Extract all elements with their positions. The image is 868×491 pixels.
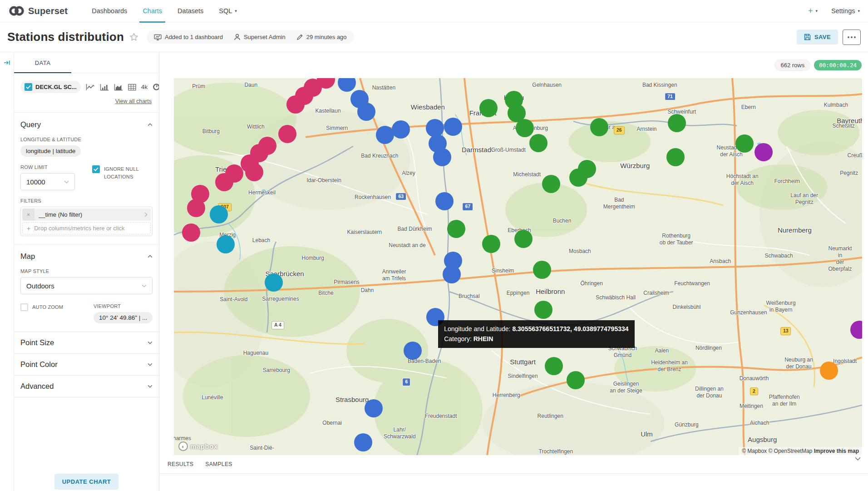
viz-type-selected[interactable]: DECK.GL SC...: [20, 81, 81, 93]
scatter-point-pink[interactable]: [215, 173, 233, 191]
mapbox-logo[interactable]: ◐ mapbox: [178, 441, 218, 451]
scatter-point-blue[interactable]: [392, 120, 410, 139]
expand-panel-icon[interactable]: [4, 60, 10, 67]
section-point-size[interactable]: Point Size: [14, 332, 159, 353]
auto-zoom-checkbox[interactable]: [20, 303, 28, 311]
more-options-button[interactable]: [843, 30, 861, 45]
filter-item[interactable]: × __time (No filter): [22, 208, 151, 221]
scatter-point-pink[interactable]: [278, 125, 296, 143]
update-chart-button[interactable]: UPDATE CHART: [54, 474, 119, 490]
bar-chart-icon[interactable]: [100, 84, 109, 91]
scatter-point-orange[interactable]: [820, 362, 838, 380]
scatter-point-cyan[interactable]: [217, 235, 235, 253]
collapse-results-icon[interactable]: [855, 457, 861, 461]
map-place-label: Pfaffenhofen an der Ilm: [769, 394, 800, 407]
road-shield: 26: [614, 127, 625, 135]
scatter-point-green[interactable]: [479, 99, 498, 117]
map-place-label: Buchen: [553, 217, 572, 224]
scatter-point-green[interactable]: [668, 114, 686, 132]
scatter-point-green[interactable]: [545, 357, 563, 375]
save-button[interactable]: SAVE: [797, 30, 838, 45]
scatter-point-pink[interactable]: [245, 163, 263, 181]
superset-logo[interactable]: Superset: [8, 5, 68, 17]
section-advanced[interactable]: Advanced: [14, 376, 159, 397]
scatter-point-blue[interactable]: [365, 399, 383, 417]
line-chart-icon[interactable]: [86, 84, 95, 91]
scatter-point-pink[interactable]: [286, 95, 305, 114]
settings-menu[interactable]: Settings ▾: [831, 7, 860, 15]
lonlat-value-pill[interactable]: longitude | latitude: [20, 145, 81, 157]
scatter-point-blue[interactable]: [433, 148, 451, 166]
ignore-null-checkbox[interactable]: [92, 165, 100, 173]
map-place-label: Kaiserslautern: [347, 229, 382, 236]
scatter-point-cyan[interactable]: [265, 273, 283, 292]
donut-icon[interactable]: [153, 83, 159, 91]
caret-icon: ▾: [235, 9, 237, 13]
results-pane: RESULTS SAMPLES: [159, 455, 868, 474]
mapbox-attribution-link[interactable]: © Mapbox: [742, 448, 767, 454]
user-icon: [234, 34, 241, 40]
viz-type-4k[interactable]: 4k: [141, 84, 148, 90]
favorite-star-icon[interactable]: [129, 33, 138, 41]
nav-item-datasets[interactable]: Datasets: [170, 0, 211, 22]
dashboards-badge[interactable]: Added to 1 dashboard: [154, 34, 223, 40]
ignore-null-label: IGNORE NULL LOCATIONS: [104, 165, 148, 180]
scatter-point-green[interactable]: [735, 134, 754, 153]
section-point-color[interactable]: Point Color: [14, 354, 159, 375]
scatter-point-green[interactable]: [482, 235, 500, 253]
tab-samples[interactable]: SAMPLES: [205, 461, 232, 467]
scatter-point-green[interactable]: [534, 301, 552, 319]
scatter-point-green[interactable]: [542, 175, 560, 193]
scatter-point-blue[interactable]: [404, 342, 422, 360]
nav-item-dashboards[interactable]: Dashboards: [84, 0, 135, 22]
tab-results[interactable]: RESULTS: [168, 461, 193, 467]
new-item-menu[interactable]: + ▾: [808, 6, 818, 16]
chevron-down-icon: [64, 180, 69, 184]
scatter-point-green[interactable]: [533, 261, 551, 279]
map-style-select[interactable]: Outdoors: [20, 277, 153, 294]
scatter-point-green[interactable]: [666, 148, 685, 166]
remove-filter-icon[interactable]: ×: [22, 208, 35, 221]
map-style-value: Outdoors: [26, 282, 54, 290]
scatter-point-purple[interactable]: [755, 143, 773, 161]
improve-map-link[interactable]: Improve this map: [814, 448, 859, 454]
scatter-point-pink[interactable]: [187, 199, 205, 217]
tab-data[interactable]: DATA: [14, 60, 71, 73]
map-place-label: Donauwörth: [740, 375, 769, 382]
scatter-point-green[interactable]: [590, 118, 608, 136]
query-section-header[interactable]: Query: [20, 113, 153, 129]
owner-badge[interactable]: Superset Admin: [234, 34, 286, 40]
scatter-point-blue[interactable]: [443, 265, 461, 283]
scatter-point-cyan[interactable]: [210, 205, 228, 223]
filter-drop-zone[interactable]: + Drop columns/metrics here or click: [22, 222, 151, 234]
scatter-point-green[interactable]: [567, 371, 585, 389]
scatter-point-green[interactable]: [447, 220, 465, 238]
map-place-label: Meitingen: [740, 403, 763, 410]
scatter-point-green[interactable]: [529, 134, 547, 152]
scatter-point-green[interactable]: [516, 119, 534, 137]
scatter-point-blue[interactable]: [435, 192, 454, 210]
row-limit-select[interactable]: 10000: [20, 173, 75, 190]
scatter-point-green[interactable]: [578, 160, 596, 178]
scatter-point-pink[interactable]: [182, 223, 200, 242]
view-all-charts-link[interactable]: View all charts: [115, 98, 152, 104]
scatter-point-blue[interactable]: [444, 118, 462, 136]
map-section-header[interactable]: Map: [20, 244, 153, 261]
plus-icon: +: [27, 225, 30, 232]
last-modified-badge[interactable]: 29 minutes ago: [296, 34, 347, 40]
nav-item-sql[interactable]: SQL▾: [211, 0, 245, 22]
viewport-value-pill[interactable]: 10° 24' 49.86" | ...: [94, 312, 153, 323]
chevron-down-icon: [148, 363, 153, 366]
scatter-point-blue[interactable]: [357, 103, 375, 121]
area-chart-icon[interactable]: [114, 84, 123, 91]
scatter-point-green[interactable]: [514, 230, 533, 248]
scatter-point-blue[interactable]: [354, 433, 372, 451]
deckgl-scatter-map[interactable]: PrümDaunNastättenGelnhausenBad Kissingen…: [174, 78, 862, 455]
table-icon[interactable]: [128, 84, 136, 91]
osm-attribution-link[interactable]: © OpenStreetMap: [768, 448, 812, 454]
tooltip-lonlat-value: 8.305563766511732, 49.0389774795334: [512, 325, 628, 332]
map-place-label: Neumarkt in der Oberpfalz: [828, 245, 852, 273]
nav-item-charts[interactable]: Charts: [135, 0, 170, 22]
map-place-label: Darmstadt: [462, 145, 493, 154]
map-place-label: Nuremberg: [778, 226, 812, 235]
